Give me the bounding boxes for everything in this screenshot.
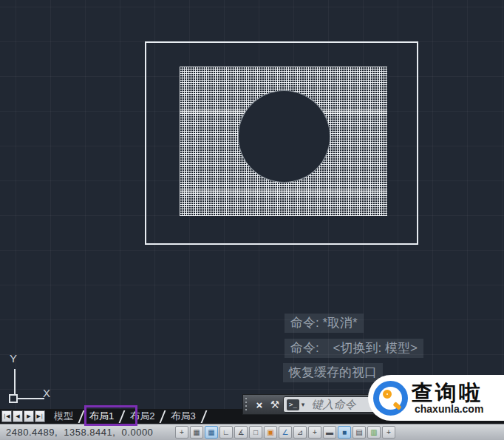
previous-tab-button[interactable]: ◀ (13, 410, 23, 422)
watermark-domain: chaxunla.com (415, 404, 483, 415)
selection-cycling-toggle[interactable]: ▥ (367, 426, 381, 439)
last-tab-button[interactable]: ▶∣ (35, 410, 45, 422)
hatched-rectangle[interactable] (180, 67, 387, 216)
ucs-origin-box (9, 394, 18, 403)
lineweight-toggle[interactable]: ▬ (323, 426, 336, 439)
object-snap-tracking-toggle[interactable]: ∠ (279, 426, 292, 439)
autocad-window: Y X 命令: *取消* 命令: <切换到: 模型> 恢复缓存的视口 × ⚒ >… (0, 0, 504, 440)
infer-constraints-toggle[interactable]: + (175, 426, 188, 439)
ortho-mode-toggle[interactable]: ∟ (219, 426, 233, 439)
3d-object-snap-toggle[interactable]: ▣ (264, 426, 277, 439)
ucs-x-axis-label: X (43, 387, 50, 399)
tab-navigation: ∣◀ ◀ ▶ ▶∣ (1, 410, 45, 422)
status-bar: 2480.4489, 1358.8441, 0.0000 + ▦ ▦ ∟ ∡ □… (0, 424, 504, 440)
close-icon[interactable]: × (252, 399, 267, 411)
circle-cutout[interactable] (238, 90, 330, 183)
next-tab-button[interactable]: ▶ (24, 410, 34, 422)
polar-tracking-toggle[interactable]: ∡ (234, 426, 248, 439)
ucs-x-axis-line (14, 398, 44, 399)
coordinate-readout: 2480.4489, 1358.8441, 0.0000 (6, 424, 153, 440)
status-toggles: + ▦ ▦ ∟ ∡ □ ▣ ∠ ⊿ + ▬ ■ ▤ ▥ + (175, 426, 395, 439)
tab-layout2[interactable]: 布局2 (123, 409, 161, 424)
tab-layout1[interactable]: 布局1 (83, 409, 120, 424)
watermark-title: 查询啦 (412, 382, 483, 404)
command-placeholder: 键入命令 (311, 398, 355, 412)
command-history-line: 命令: *取消* (285, 314, 364, 333)
wrench-icon[interactable]: ⚒ (267, 399, 283, 410)
grid-display-toggle[interactable]: ▦ (205, 426, 218, 439)
drawing-canvas[interactable]: Y X 命令: *取消* 命令: <切换到: 模型> 恢复缓存的视口 (0, 0, 504, 409)
grid-band (180, 189, 387, 194)
ucs-y-axis-label: Y (10, 352, 17, 365)
snap-mode-toggle[interactable]: ▦ (190, 426, 203, 439)
prompt-icon: >_ (287, 399, 299, 410)
command-history-line: 恢复缓存的视口 (283, 363, 383, 382)
watermark-text: 查询啦 chaxunla.com (412, 382, 483, 415)
logo-lens (383, 390, 392, 399)
object-snap-toggle[interactable]: □ (249, 426, 262, 439)
command-history-line: 命令: <切换到: 模型> (285, 339, 423, 358)
chevron-down-icon[interactable]: ▾ (302, 401, 305, 408)
dynamic-input-toggle[interactable]: + (308, 426, 321, 439)
tab-model[interactable]: 模型 (47, 409, 80, 424)
drag-grip[interactable] (245, 397, 248, 412)
dynamic-ucs-toggle[interactable]: ⊿ (293, 426, 307, 439)
transparency-toggle[interactable]: ■ (338, 426, 351, 439)
tab-layout3[interactable]: 布局3 (164, 409, 202, 424)
watermark: 查询啦 chaxunla.com (368, 375, 504, 421)
first-tab-button[interactable]: ∣◀ (1, 410, 12, 422)
magnifier-logo-icon (373, 381, 408, 416)
annotation-monitor-toggle[interactable]: + (382, 426, 395, 439)
quick-properties-toggle[interactable]: ▤ (353, 426, 366, 439)
